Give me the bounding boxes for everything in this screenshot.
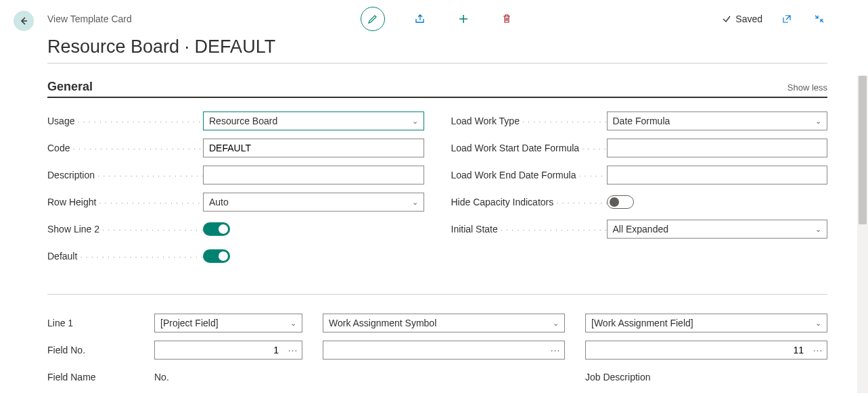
page-title: Resource Board · DEFAULT <box>47 36 827 57</box>
load-work-type-select[interactable]: Date Formula ⌄ <box>607 112 828 130</box>
popout-button[interactable] <box>779 11 795 27</box>
chevron-down-icon: ⌄ <box>815 319 821 328</box>
chevron-down-icon: ⌄ <box>553 319 559 328</box>
ellipsis-icon[interactable]: ··· <box>547 341 564 359</box>
row-height-select[interactable]: Auto ⌄ <box>203 193 424 212</box>
back-button[interactable] <box>14 11 34 31</box>
col1-field-no-input-wrap[interactable]: ··· <box>154 341 302 360</box>
load-work-start-label: Load Work Start Date Formula <box>451 143 607 153</box>
chevron-down-icon: ⌄ <box>815 225 821 234</box>
show-line-2-label: Show Line 2 <box>47 224 203 234</box>
vertical-scrollbar[interactable] <box>857 76 868 393</box>
load-work-end-input[interactable] <box>607 166 828 184</box>
chevron-down-icon: ⌄ <box>412 117 418 126</box>
plus-icon <box>457 13 470 25</box>
col3-field-no-input[interactable] <box>586 341 809 359</box>
default-toggle[interactable] <box>203 249 230 263</box>
scrollbar-thumb[interactable] <box>859 76 867 224</box>
code-input[interactable] <box>203 139 424 157</box>
usage-label: Usage <box>47 116 203 126</box>
check-icon <box>722 14 731 24</box>
load-work-type-label: Load Work Type <box>451 116 607 126</box>
load-work-end-label: Load Work End Date Formula <box>451 170 607 180</box>
col3-line1-select[interactable]: [Work Assignment Field] ⌄ <box>585 314 827 332</box>
row-height-label: Row Height <box>47 197 203 207</box>
field-name-label: Field Name <box>47 372 154 382</box>
arrow-left-icon <box>18 16 29 26</box>
initial-state-label: Initial State <box>451 224 607 234</box>
chevron-down-icon: ⌄ <box>412 198 418 207</box>
share-button[interactable] <box>412 11 428 27</box>
col2-field-no-input-wrap[interactable]: ··· <box>323 341 565 360</box>
hide-capacity-toggle[interactable] <box>607 195 634 209</box>
col1-field-name-value: No. <box>154 372 169 382</box>
saved-indicator: Saved <box>722 14 762 24</box>
hide-capacity-label: Hide Capacity Indicators <box>451 197 607 207</box>
pencil-icon <box>367 14 378 24</box>
col2-field-no-input[interactable] <box>323 341 547 359</box>
usage-select[interactable]: Resource Board ⌄ <box>203 112 424 130</box>
collapse-button[interactable] <box>811 11 827 27</box>
delete-button[interactable] <box>499 11 515 27</box>
col1-line1-select[interactable]: [Project Field] ⌄ <box>154 314 302 332</box>
chevron-down-icon: ⌄ <box>815 117 821 126</box>
show-line-2-toggle[interactable] <box>203 222 230 236</box>
initial-state-select[interactable]: All Expanded ⌄ <box>607 220 828 239</box>
page-subtitle: View Template Card <box>47 14 132 24</box>
saved-label: Saved <box>735 14 762 24</box>
col3-field-no-input-wrap[interactable]: ··· <box>585 341 827 360</box>
chevron-down-icon: ⌄ <box>290 319 296 328</box>
collapse-icon <box>814 14 825 24</box>
section-divider <box>47 294 827 295</box>
share-icon <box>414 13 426 25</box>
line1-label: Line 1 <box>47 318 154 328</box>
description-label: Description <box>47 170 203 180</box>
ellipsis-icon[interactable]: ··· <box>284 341 302 359</box>
section-general-title[interactable]: General <box>47 80 93 94</box>
field-no-label: Field No. <box>47 345 154 355</box>
title-divider <box>47 63 827 64</box>
load-work-start-input[interactable] <box>607 139 828 157</box>
new-button[interactable] <box>455 11 472 27</box>
code-label: Code <box>47 143 203 153</box>
description-input[interactable] <box>203 166 424 184</box>
popout-icon <box>781 14 792 24</box>
trash-icon <box>501 14 512 24</box>
col1-field-no-input[interactable] <box>155 341 284 359</box>
ellipsis-icon[interactable]: ··· <box>809 341 827 359</box>
edit-button[interactable] <box>361 7 385 31</box>
default-label: Default <box>47 251 203 262</box>
col2-line1-select[interactable]: Work Assignment Symbol ⌄ <box>323 314 565 332</box>
show-less-link[interactable]: Show less <box>787 82 827 93</box>
col3-field-name-value: Job Description <box>585 372 651 382</box>
